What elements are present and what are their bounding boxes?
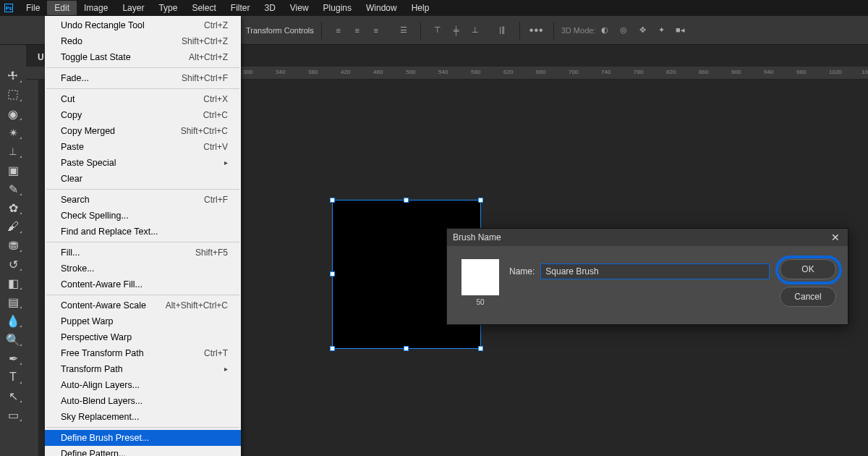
tool-pen[interactable]: ✒ bbox=[3, 350, 23, 366]
menu-item-define-pattern[interactable]: Define Pattern... bbox=[45, 446, 241, 456]
handle-top-right[interactable] bbox=[478, 198, 483, 203]
ok-button[interactable]: OK bbox=[780, 259, 836, 279]
tool-rect[interactable]: ▭ bbox=[3, 407, 23, 423]
edit-dropdown: Undo Rectangle ToolCtrl+ZRedoShift+Ctrl+… bbox=[45, 16, 241, 456]
brush-swatch bbox=[461, 259, 499, 295]
tool-wand[interactable]: ✴ bbox=[3, 124, 23, 140]
menu-plugins[interactable]: Plugins bbox=[316, 1, 359, 15]
brush-preview: 50 bbox=[461, 259, 499, 306]
tool-type[interactable]: T bbox=[3, 369, 23, 385]
menu-3d[interactable]: 3D bbox=[257, 1, 282, 15]
tool-crop[interactable]: ⟂ bbox=[3, 143, 23, 159]
menu-item-content-aware-scale[interactable]: Content-Aware ScaleAlt+Shift+Ctrl+C bbox=[45, 297, 241, 313]
align-top-icon[interactable]: ⊤ bbox=[430, 22, 446, 38]
menu-item-paste[interactable]: PasteCtrl+V bbox=[45, 139, 241, 155]
menu-item-perspective-warp[interactable]: Perspective Warp bbox=[45, 329, 241, 345]
distribute-icon[interactable]: |∥ bbox=[495, 22, 511, 38]
menu-view[interactable]: View bbox=[283, 1, 316, 15]
dialog-title: Brush Name bbox=[453, 232, 829, 242]
align-bottom-icon[interactable]: ⊥ bbox=[467, 22, 483, 38]
tool-stamp[interactable]: ⛃ bbox=[3, 237, 23, 253]
menu-layer[interactable]: Layer bbox=[115, 1, 151, 15]
menu-item-toggle-last-state[interactable]: Toggle Last StateAlt+Ctrl+Z bbox=[45, 49, 241, 65]
document-tab-initial[interactable]: U bbox=[38, 52, 44, 62]
align-just-icon[interactable]: ☰ bbox=[396, 22, 412, 38]
tool-dodge[interactable]: 🔍 bbox=[3, 332, 23, 347]
handle-bot-right[interactable] bbox=[478, 346, 483, 351]
menu-item-auto-align-layers[interactable]: Auto-Align Layers... bbox=[45, 377, 241, 393]
ruler-vertical bbox=[26, 80, 39, 456]
toolbar: ◉ ✴ ⟂ ▣ ✎ ✿ 🖌 ⛃ ↺ ◧ ▤ 💧 🔍 ✒ T ↖ ▭ bbox=[0, 45, 26, 456]
dialog-titlebar[interactable]: Brush Name ✕ bbox=[447, 229, 848, 246]
handle-top-mid[interactable] bbox=[404, 198, 409, 203]
menu-file[interactable]: File bbox=[19, 1, 47, 15]
menu-item-clear[interactable]: Clear bbox=[45, 171, 241, 187]
menu-type[interactable]: Type bbox=[151, 1, 184, 15]
menu-item-search[interactable]: SearchCtrl+F bbox=[45, 192, 241, 208]
svg-rect-0 bbox=[9, 90, 17, 99]
menu-item-undo-rectangle-tool[interactable]: Undo Rectangle ToolCtrl+Z bbox=[45, 17, 241, 33]
brush-size-label: 50 bbox=[461, 298, 499, 306]
menu-window[interactable]: Window bbox=[359, 1, 404, 15]
tool-brush[interactable]: 🖌 bbox=[3, 219, 23, 235]
menu-filter[interactable]: Filter bbox=[224, 1, 258, 15]
menu-edit[interactable]: Edit bbox=[47, 1, 77, 15]
tool-eyedrop[interactable]: ✎ bbox=[3, 181, 23, 197]
menu-item-puppet-warp[interactable]: Puppet Warp bbox=[45, 313, 241, 329]
transform-controls-label: Transform Controls bbox=[246, 26, 314, 35]
cancel-button[interactable]: Cancel bbox=[780, 287, 836, 307]
cancel-button-label: Cancel bbox=[794, 292, 821, 302]
menu-item-copy[interactable]: CopyCtrl+C bbox=[45, 107, 241, 123]
ok-button-label: OK bbox=[801, 264, 814, 274]
menu-item-redo[interactable]: RedoShift+Ctrl+Z bbox=[45, 33, 241, 49]
3d-slide-icon[interactable]: ✦ bbox=[653, 22, 669, 38]
menu-item-fill[interactable]: Fill...Shift+F5 bbox=[45, 245, 241, 261]
align-right-icon[interactable]: ≡ bbox=[368, 22, 384, 38]
menu-item-cut[interactable]: CutCtrl+X bbox=[45, 91, 241, 107]
3d-mode-label: 3D Mode: bbox=[561, 26, 596, 35]
menu-item-paste-special[interactable]: Paste Special bbox=[45, 155, 241, 171]
tool-move[interactable] bbox=[3, 68, 23, 84]
align-center-h-icon[interactable]: ≡ bbox=[349, 22, 365, 38]
menubar: Ps File Edit Image Layer Type Select Fil… bbox=[0, 0, 868, 16]
tool-gradient[interactable]: ▤ bbox=[3, 294, 23, 310]
brush-name-dialog: Brush Name ✕ 50 Name: OK Cancel bbox=[446, 228, 848, 325]
menu-item-auto-blend-layers[interactable]: Auto-Blend Layers... bbox=[45, 393, 241, 409]
tool-frame[interactable]: ▣ bbox=[3, 162, 23, 178]
handle-mid-left[interactable] bbox=[330, 271, 335, 276]
menu-help[interactable]: Help bbox=[404, 1, 437, 15]
more-options-icon[interactable]: ••• bbox=[529, 22, 545, 38]
3d-pan-icon[interactable]: ✥ bbox=[634, 22, 650, 38]
tool-history[interactable]: ↺ bbox=[3, 256, 23, 272]
app-logo: Ps bbox=[4, 4, 13, 12]
handle-top-left[interactable] bbox=[330, 198, 335, 203]
align-left-icon[interactable]: ≡ bbox=[331, 22, 346, 38]
menu-item-define-brush-preset[interactable]: Define Brush Preset... bbox=[45, 430, 241, 446]
3d-zoom-icon[interactable]: ■◂ bbox=[672, 22, 688, 38]
handle-bot-mid[interactable] bbox=[404, 346, 409, 351]
tool-path[interactable]: ↖ bbox=[3, 388, 23, 404]
menu-item-find-and-replace-text[interactable]: Find and Replace Text... bbox=[45, 224, 241, 240]
brush-name-input[interactable] bbox=[540, 263, 770, 279]
name-label: Name: bbox=[509, 266, 535, 276]
tool-blur[interactable]: 💧 bbox=[3, 313, 23, 329]
3d-orbit-icon[interactable]: ◐ bbox=[597, 22, 613, 38]
menu-select[interactable]: Select bbox=[184, 1, 223, 15]
menu-item-transform-path[interactable]: Transform Path bbox=[45, 361, 241, 377]
tool-lasso[interactable]: ◉ bbox=[3, 106, 23, 122]
handle-bot-left[interactable] bbox=[330, 346, 335, 351]
tool-heal[interactable]: ✿ bbox=[3, 200, 23, 216]
tool-eraser[interactable]: ◧ bbox=[3, 275, 23, 291]
tool-marquee[interactable] bbox=[3, 87, 23, 103]
menu-item-sky-replacement[interactable]: Sky Replacement... bbox=[45, 409, 241, 425]
menu-item-check-spelling[interactable]: Check Spelling... bbox=[45, 208, 241, 224]
3d-roll-icon[interactable]: ◎ bbox=[616, 22, 631, 38]
menu-item-fade[interactable]: Fade...Shift+Ctrl+F bbox=[45, 70, 241, 86]
menu-image[interactable]: Image bbox=[77, 1, 115, 15]
menu-item-content-aware-fill[interactable]: Content-Aware Fill... bbox=[45, 276, 241, 292]
close-icon[interactable]: ✕ bbox=[829, 232, 842, 243]
menu-item-free-transform-path[interactable]: Free Transform PathCtrl+T bbox=[45, 345, 241, 361]
align-middle-icon[interactable]: ╪ bbox=[448, 22, 464, 38]
menu-item-copy-merged[interactable]: Copy MergedShift+Ctrl+C bbox=[45, 123, 241, 139]
menu-item-stroke[interactable]: Stroke... bbox=[45, 261, 241, 276]
